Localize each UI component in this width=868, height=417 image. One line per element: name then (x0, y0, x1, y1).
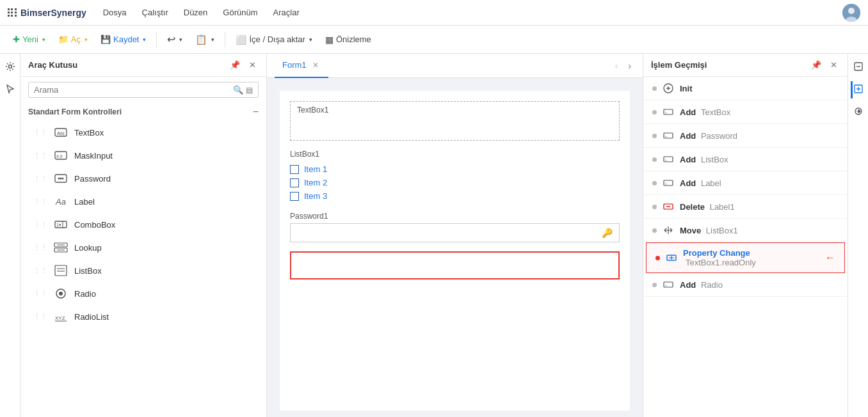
svg-point-11 (62, 178, 64, 180)
history-item-add-listbox[interactable]: + Add ListBox (643, 148, 848, 171)
tool-combobox[interactable]: ⋮⋮ 1▾ ComboBox (20, 213, 266, 236)
left-panel-header: Araç Kutusu 📌 ✕ (20, 54, 266, 77)
avatar[interactable] (842, 4, 860, 22)
undo-button[interactable]: ↩ ▾ (162, 31, 188, 48)
history-action-move-listbox1: Move (680, 226, 701, 235)
listbox-item-2[interactable]: Item 3 (290, 189, 620, 203)
app-name: BimserSynergy (20, 8, 86, 18)
password1-input[interactable] (297, 228, 602, 238)
history-item-add-label[interactable]: + Add Label (643, 171, 848, 195)
tab-next-btn[interactable]: › (624, 59, 635, 72)
history-detail-add-textbox: TextBox (701, 107, 730, 117)
close-left-panel-button[interactable]: ✕ (246, 59, 259, 71)
history-item-property-change[interactable]: Property Change TextBox1.readOnly ← (646, 242, 845, 273)
combobox-icon: 1▾ (54, 217, 68, 232)
paste-chevron: ▾ (211, 36, 214, 43)
tool-lookup[interactable]: ⋮⋮ Lookup (20, 236, 266, 259)
tab-form1[interactable]: Form1 ✕ (275, 54, 328, 78)
history-action-init: Init (680, 84, 693, 93)
password-icon (54, 171, 68, 185)
menu-dosya[interactable]: Dosya (97, 5, 133, 20)
pin-right-button[interactable]: 📌 (808, 59, 824, 71)
radiolist-icon: XYZ (54, 310, 68, 324)
canvas-area[interactable]: TextBox1 ListBox1 Item 1 Item 2 (267, 78, 643, 417)
history-text-add-password: Add Password (680, 131, 839, 141)
save-button[interactable]: 💾 Kaydet ▾ (95, 32, 151, 47)
save-chevron: ▾ (143, 36, 146, 43)
right-panel-actions: 📌 ✕ (808, 59, 840, 71)
app-logo: BimserSynergy (8, 8, 86, 18)
search-icon: 🔍 (233, 85, 243, 95)
history-detail-add-listbox: ListBox (701, 155, 728, 164)
history-item-add-radio[interactable]: + Add Radio (643, 273, 848, 297)
listbox-item-0[interactable]: Item 1 (290, 162, 620, 176)
tool-maskinput[interactable]: ⋮⋮ #.# MaskInput (20, 144, 266, 167)
grid-icon (8, 8, 17, 17)
svg-text:Aa: Aa (55, 197, 66, 207)
menu-gorunum[interactable]: Görünüm (216, 5, 264, 20)
history-dot-move-listbox1 (652, 228, 657, 233)
listbox-item-1[interactable]: Item 2 (290, 176, 620, 189)
listbox-checkbox-2[interactable] (290, 192, 299, 201)
paste-button[interactable]: 📋 ▾ (190, 31, 220, 48)
tool-label[interactable]: ⋮⋮ Aa Label (20, 190, 266, 213)
history-text-delete-label1: Delete Label1 (680, 202, 839, 212)
svg-text:Ab|: Ab| (57, 130, 65, 136)
listbox-checkbox-1[interactable] (290, 178, 299, 187)
tab-form1-close[interactable]: ✕ (310, 60, 321, 70)
tool-settings-btn[interactable] (3, 59, 18, 76)
drag-handle-label: ⋮⋮ (33, 198, 47, 206)
tab-form1-label: Form1 (282, 60, 307, 70)
history-icon-add-textbox: + (662, 106, 675, 118)
history-item-init[interactable]: Init (643, 77, 848, 100)
import-export-label: İçe / Dışa aktar (249, 35, 305, 44)
search-input[interactable] (34, 85, 233, 95)
history-action-add-label: Add (680, 178, 696, 188)
history-item-delete-label1[interactable]: Delete Label1 (643, 195, 848, 219)
tool-radiolist[interactable]: ⋮⋮ XYZ RadioList (20, 305, 266, 328)
history-item-move-listbox1[interactable]: Move ListBox1 (643, 219, 848, 242)
history-text-init: Init (680, 84, 839, 93)
far-right-btn-2[interactable] (851, 81, 866, 98)
close-right-panel-button[interactable]: ✕ (828, 59, 840, 71)
right-panel-title: İşlem Geçmişi (651, 60, 808, 70)
import-export-button[interactable]: ⬜ İçe / Dışa aktar ▾ (230, 32, 317, 47)
history-icon-init (662, 82, 675, 95)
password1-field: 🔑 (290, 223, 620, 242)
tab-prev-btn[interactable]: ‹ (611, 59, 622, 72)
form-highlighted-box[interactable] (290, 251, 620, 279)
tool-radio[interactable]: ⋮⋮ Radio (20, 282, 266, 305)
open-button[interactable]: 📁 Aç ▾ (53, 32, 93, 47)
far-right-btn-3[interactable] (851, 104, 866, 121)
history-icon-add-listbox: + (662, 153, 675, 166)
new-chevron: ▾ (42, 36, 45, 43)
view-toggle-btn[interactable]: ▤ (246, 86, 253, 95)
tool-label-label: Label (74, 197, 95, 207)
tab-nav: ‹ › (611, 59, 635, 72)
section-collapse-btn[interactable]: − (253, 107, 259, 117)
menu-araclar[interactable]: Araçlar (267, 5, 306, 20)
listbox-checkbox-0[interactable] (290, 165, 299, 174)
pin-button[interactable]: 📌 (227, 59, 243, 71)
history-icon-delete-label1 (662, 200, 675, 213)
tool-password[interactable]: ⋮⋮ Password (20, 167, 266, 190)
clipboard-icon: 📋 (195, 34, 207, 45)
password-visibility-icon[interactable]: 🔑 (602, 228, 613, 238)
menu-calistir[interactable]: Çalıştır (136, 5, 175, 20)
drag-handle-maskinput: ⋮⋮ (33, 152, 47, 160)
left-panel: Araç Kutusu 📌 ✕ 🔍 ▤ Standart Form Kontro… (20, 54, 267, 417)
new-label: Yeni (22, 35, 38, 44)
menu-duzen[interactable]: Düzen (177, 5, 214, 20)
history-item-add-textbox[interactable]: + Add TextBox (643, 100, 848, 124)
divider-2 (225, 32, 225, 47)
preview-button[interactable]: ▦ Önizleme (320, 32, 376, 47)
textbox1-input[interactable] (297, 117, 613, 136)
tool-listbox[interactable]: ⋮⋮ ListBox (20, 259, 266, 282)
new-button[interactable]: ✚ Yeni ▾ (8, 32, 51, 47)
tool-cursor-btn[interactable] (3, 81, 18, 98)
listbox1-label: ListBox1 (290, 150, 620, 159)
history-item-add-password[interactable]: + Add Password (643, 124, 848, 148)
history-action-add-password: Add (680, 131, 696, 141)
tool-textbox[interactable]: ⋮⋮ Ab| TextBox (20, 121, 266, 144)
far-right-btn-1[interactable] (851, 59, 866, 76)
